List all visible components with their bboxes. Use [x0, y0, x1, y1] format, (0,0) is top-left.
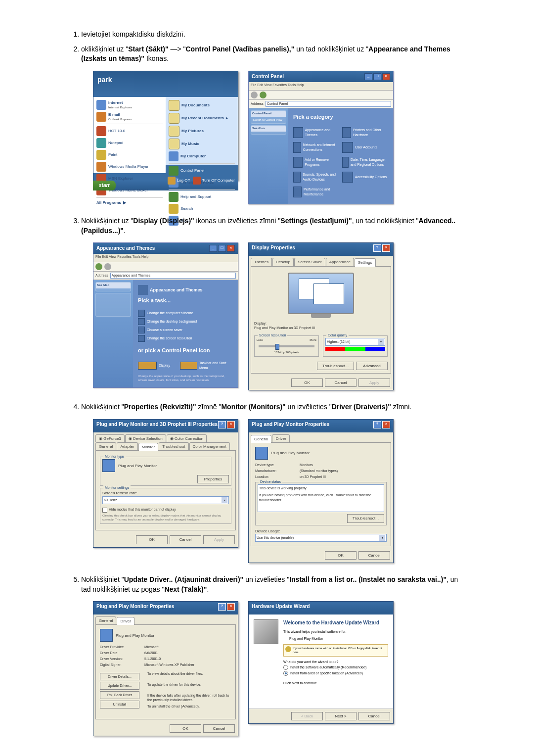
tab-driver[interactable]: Driver	[272, 434, 289, 442]
minimize-icon[interactable]: _	[364, 73, 372, 80]
tab-general[interactable]: General	[95, 616, 116, 624]
cat-accessibility[interactable]: Accessibility Options	[342, 172, 388, 183]
radio-install-from-list[interactable]: Install from a list or specific location…	[283, 671, 388, 676]
tab-desktop[interactable]: Desktop	[272, 258, 294, 266]
start-item-my-computer[interactable]: My Computer	[166, 150, 238, 162]
task-theme[interactable]: Change the computer's theme	[138, 310, 233, 317]
tab-troubleshoot[interactable]: Troubleshoot	[159, 442, 188, 450]
device-usage-select[interactable]: Use this device (enable)▾	[255, 534, 387, 542]
cat-network[interactable]: Network and Internet Connections	[293, 142, 339, 153]
forward-icon[interactable]	[260, 92, 267, 98]
next-button[interactable]: Next >	[325, 712, 356, 720]
tab-settings[interactable]: Settings	[355, 258, 376, 266]
cancel-button[interactable]: Cancel	[358, 551, 390, 560]
help-icon[interactable]: ?	[218, 421, 226, 428]
rollback-driver-button[interactable]: Roll Back Driver	[100, 691, 139, 699]
tab-appearance[interactable]: Appearance	[326, 258, 354, 266]
start-item-notepad[interactable]: Notepad	[93, 137, 166, 149]
forward-icon[interactable]	[104, 263, 111, 270]
update-driver-button[interactable]: Update Driver...	[100, 682, 139, 690]
start-item-wmp[interactable]: Windows Media Player	[93, 161, 166, 173]
back-icon[interactable]	[95, 263, 102, 270]
radio-auto-install[interactable]: Install the software automatically (Reco…	[283, 665, 388, 670]
cancel-button[interactable]: Cancel	[358, 712, 390, 720]
hide-modes-checkbox[interactable]: Hide modes that this monitor cannot disp…	[102, 507, 229, 513]
close-icon[interactable]: ×	[382, 73, 390, 80]
close-icon[interactable]: ×	[227, 421, 235, 428]
start-item-email[interactable]: E-mailOutlook Express	[93, 111, 166, 123]
tab-screensaver[interactable]: Screen Saver	[294, 258, 325, 266]
close-icon[interactable]: ×	[227, 245, 235, 252]
start-item-internet[interactable]: InternetInternet Explorer	[93, 99, 166, 111]
close-icon[interactable]: ×	[227, 603, 235, 611]
task-screensaver[interactable]: Choose a screen saver	[138, 327, 233, 333]
help-icon[interactable]: ?	[373, 244, 381, 252]
cat-performance[interactable]: Performance and Maintenance	[293, 187, 339, 197]
address-field[interactable]: Appearance and Themes	[110, 273, 236, 279]
help-icon[interactable]: ?	[373, 421, 381, 428]
start-item-music[interactable]: My Music	[166, 138, 238, 150]
tab-themes[interactable]: Themes	[251, 258, 272, 266]
start-button[interactable]: start	[93, 181, 116, 190]
cat-sound[interactable]: Sounds, Speech, and Audio Devices	[293, 172, 339, 183]
back-icon[interactable]	[251, 92, 258, 98]
icon-display[interactable]: Display	[138, 361, 170, 371]
maximize-icon[interactable]: □	[218, 245, 226, 252]
cancel-button[interactable]: Cancel	[325, 378, 356, 387]
ok-button[interactable]: OK	[170, 724, 201, 733]
start-item-search[interactable]: Search	[166, 203, 238, 215]
tab-general[interactable]: General	[95, 442, 116, 450]
advanced-button[interactable]: Advanced	[356, 362, 388, 370]
tab-general[interactable]: General	[251, 435, 271, 443]
cancel-button[interactable]: Cancel	[203, 724, 235, 733]
color-quality-select[interactable]: Highest (32 bit)▾	[325, 338, 385, 346]
close-icon[interactable]: ×	[382, 421, 390, 428]
apply-button[interactable]: Apply	[358, 378, 390, 387]
cat-printers[interactable]: Printers and Other Hardware	[342, 127, 388, 138]
task-resolution[interactable]: Change the screen resolution	[138, 335, 233, 342]
maximize-icon[interactable]: □	[373, 73, 381, 80]
menubar[interactable]: File Edit View Favorites Tools Help	[249, 82, 393, 91]
logoff-button[interactable]: Log Off	[168, 177, 190, 185]
tab-geforce[interactable]: ◉ GeForce3	[95, 434, 125, 442]
close-icon[interactable]: ×	[382, 244, 390, 252]
start-item-all-programs[interactable]: All Programs ▶	[93, 199, 166, 206]
tab-driver[interactable]: Driver	[117, 617, 134, 625]
start-item-hct[interactable]: HCT 10.0	[93, 125, 166, 137]
tab-device-selection[interactable]: ◉ Device Selection	[125, 434, 166, 442]
troubleshoot-button[interactable]: Troubleshoot...	[317, 362, 354, 370]
tab-color-mgmt[interactable]: Color Management	[189, 442, 230, 450]
start-item-recent[interactable]: My Recent Documents ▸	[166, 112, 238, 125]
cat-user[interactable]: User Accounts	[342, 142, 388, 153]
address-field[interactable]: Control Panel	[266, 101, 391, 107]
task-background[interactable]: Change the desktop background	[138, 318, 233, 325]
ok-button[interactable]: OK	[325, 551, 356, 560]
troubleshoot-button[interactable]: Troubleshoot...	[347, 514, 384, 522]
tab-adapter[interactable]: Adapter	[117, 442, 137, 450]
start-item-pictures[interactable]: My Pictures	[166, 125, 238, 138]
start-item-my-documents[interactable]: My Documents	[166, 99, 238, 112]
cat-datetime[interactable]: Date, Time, Language, and Regional Optio…	[342, 157, 388, 168]
ok-button[interactable]: OK	[291, 378, 323, 387]
cancel-button[interactable]: Cancel	[170, 535, 201, 544]
start-item-control-panel[interactable]: Control Panel	[166, 165, 238, 177]
back-button[interactable]: < Back	[291, 712, 323, 720]
minimize-icon[interactable]: _	[209, 245, 217, 252]
properties-button[interactable]: Properties	[197, 475, 229, 483]
refresh-rate-select[interactable]: 60 Hertz▾	[102, 496, 229, 504]
ok-button[interactable]: OK	[136, 535, 168, 544]
instruction-list: Ievietojiet kompaktdisku diskdzinī. okli…	[69, 30, 465, 736]
turnoff-button[interactable]: Turn Off Computer	[193, 177, 235, 185]
start-item-paint[interactable]: Paint	[93, 149, 166, 161]
cat-addremove[interactable]: Add or Remove Programs	[293, 157, 339, 168]
icon-taskbar[interactable]: Taskbar and Start Menu	[180, 361, 233, 371]
help-icon[interactable]: ?	[218, 603, 226, 611]
start-item-help[interactable]: Help and Support	[166, 191, 238, 203]
driver-details-button[interactable]: Driver Details...	[100, 673, 139, 681]
tab-monitor[interactable]: Monitor	[138, 443, 159, 451]
resolution-slider[interactable]	[259, 345, 314, 347]
tab-color-correction[interactable]: ◉ Color Correction	[167, 434, 207, 442]
uninstall-button[interactable]: Uninstall	[100, 701, 139, 709]
cat-appearance[interactable]: Appearance and Themes	[293, 127, 339, 138]
apply-button[interactable]: Apply	[203, 535, 235, 544]
